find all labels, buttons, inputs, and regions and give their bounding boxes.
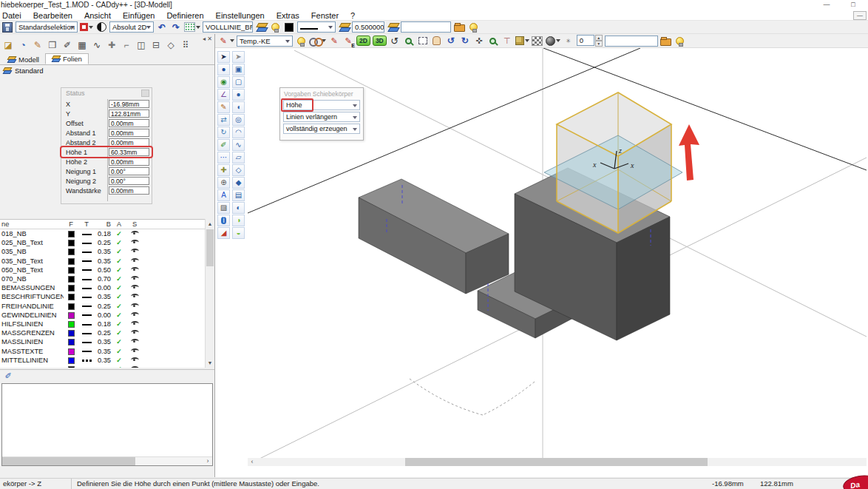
mdi-minimize-button[interactable]: — (853, 11, 867, 20)
menu-item[interactable]: Ansicht (78, 11, 117, 20)
layer-color-swatch[interactable] (68, 321, 75, 328)
view-2d-button[interactable]: 2D (356, 36, 370, 46)
shading-split-button[interactable] (546, 36, 560, 46)
layer-visible-eye-icon[interactable] (131, 366, 139, 368)
layer-linetype-sample[interactable] (82, 297, 92, 298)
layer-visible-eye-icon[interactable] (131, 303, 139, 308)
dialog-dropdown[interactable]: vollständig erzeugen (283, 124, 360, 134)
viewport-3d[interactable]: ➤ ● ◉ ∠ ✎ ⇄ ↻ ✐ (215, 48, 868, 466)
tree-root-item[interactable]: Standard (0, 65, 214, 75)
layer-linetype-sample[interactable] (82, 279, 92, 280)
redo-button[interactable]: ↷ (170, 21, 182, 33)
scroll-thumb[interactable] (2, 457, 135, 465)
layer-color-swatch[interactable] (68, 357, 75, 364)
snap-star-icon[interactable]: ✳ (563, 35, 574, 47)
red-pen-e-icon[interactable]: ✎E (342, 35, 354, 47)
panel-corner-buttons[interactable]: ◂ ✕ (203, 36, 212, 42)
tsquare-icon[interactable]: ⊤ (501, 35, 513, 47)
layer-linetype-sample[interactable] (82, 351, 92, 352)
menu-item[interactable]: Definieren (160, 11, 209, 20)
slab-solid-tool[interactable]: ▤ (232, 189, 245, 201)
recent-icon[interactable]: ◔ (16, 38, 30, 51)
menu-item[interactable]: Datei (0, 11, 27, 20)
layer-linetype-sample[interactable] (82, 306, 92, 307)
link-split-button[interactable] (309, 37, 326, 45)
iso-cube-icon[interactable]: ◇ (164, 38, 177, 51)
connector-icon[interactable]: ⊟ (149, 38, 163, 51)
hatch-tool[interactable]: ▨ (217, 202, 230, 214)
render-checker-icon[interactable] (532, 35, 543, 47)
scroll-down-button[interactable]: ▼ (206, 358, 214, 368)
layer-row[interactable]: BEMASSUNGEN 0.00 ✓ (0, 283, 205, 292)
window-maximize-button[interactable]: □ (846, 1, 861, 10)
spinner-value[interactable]: 0 (577, 35, 594, 46)
layer-visible-eye-icon[interactable] (131, 339, 139, 344)
layer-active-check-icon[interactable]: ✓ (112, 275, 126, 283)
layer-row[interactable]: 035_NB_Text 0.35 ✓ (0, 257, 205, 266)
layer-row[interactable]: 070_NB 0.70 ✓ (0, 274, 205, 283)
zoom-fit-icon[interactable] (403, 35, 415, 47)
layer-active-check-icon[interactable]: ✓ (112, 329, 126, 337)
boolean-cut-tool[interactable]: ◒ (232, 227, 245, 239)
cylinder-solid-tool[interactable]: ▢ (232, 76, 245, 88)
layer-row[interactable]: MASSLINIEN 0.35 ✓ (0, 337, 205, 346)
layer-visible-eye-icon[interactable] (131, 294, 139, 299)
coordinate-mode-combo[interactable]: Absolut 2D (109, 21, 154, 33)
cube-wire-icon[interactable]: ◫ (135, 38, 148, 51)
coordinate-origin-icon[interactable] (95, 21, 107, 33)
layer-visible-eye-icon[interactable] (131, 321, 139, 326)
grid-split-button[interactable] (184, 22, 200, 32)
pencil-icon[interactable]: ✎ (31, 38, 44, 51)
layer-active-check-icon[interactable]: ✓ (112, 365, 126, 368)
status-value-field[interactable]: 0.00° (109, 167, 149, 175)
toolbar2-text-field[interactable] (605, 36, 658, 47)
layer-active-check-icon[interactable]: ✓ (112, 357, 126, 364)
menu-item[interactable]: ? (345, 11, 361, 20)
panel-hscrollbar[interactable]: › (2, 456, 212, 465)
menu-item[interactable]: Einfügen (117, 11, 160, 20)
layer-active-check-icon[interactable]: ✓ (112, 230, 126, 237)
layer-visible-eye-icon[interactable] (131, 330, 139, 335)
layer-color-swatch[interactable] (68, 339, 75, 345)
layer-color-swatch[interactable] (68, 348, 75, 355)
red-pen-icon[interactable]: ✎ (328, 35, 340, 47)
sphere-solid-tool[interactable]: ● (232, 89, 245, 101)
layer-row[interactable]: MASSGRENZEN 0.25 ✓ (0, 328, 205, 337)
layer-active-check-icon[interactable]: ✓ (112, 311, 126, 319)
dialog-dropdown[interactable]: Linien verlängern (283, 112, 360, 122)
layer-row[interactable]: 025_NB_Text 0.25 ✓ (0, 238, 205, 247)
zoom-sphere-tool[interactable]: ● (217, 64, 230, 75)
layer-row[interactable]: BESCHRIFTUNGEN 0.35 ✓ (0, 292, 205, 301)
layer-color-swatch[interactable] (68, 312, 75, 319)
spinner-up-icon[interactable]: ▲ (595, 35, 603, 41)
extra-text-field[interactable] (401, 21, 451, 33)
save-icon[interactable] (1, 21, 13, 33)
status-value-field[interactable]: -16.98mm (109, 100, 149, 108)
layer-row[interactable]: HILFSLINIEN 0.18 ✓ (0, 320, 205, 328)
panel-tab[interactable]: Modell (1, 55, 45, 64)
rotate-tool[interactable]: ↻ (217, 127, 230, 138)
filter-hand-icon[interactable]: ✐ (2, 371, 14, 382)
layer-linetype-sample[interactable] (82, 333, 92, 334)
layer-active-check-icon[interactable]: ✓ (112, 248, 126, 255)
layer-visible-eye-icon[interactable] (131, 231, 139, 236)
folder-new-icon[interactable]: ◪ (1, 38, 15, 51)
spinner-down-icon[interactable]: ▼ (595, 41, 603, 47)
snap-cross-tool[interactable]: ✚ (217, 164, 230, 176)
layer-color-swatch[interactable] (68, 285, 75, 291)
layer-color-swatch[interactable] (68, 303, 75, 310)
layer-row[interactable]: 050_NB_Text 0.50 ✓ (0, 266, 205, 274)
layer-row[interactable]: MASSTEXTE 0.35 ✓ (0, 346, 205, 355)
line-width-field[interactable]: 0.500000 (352, 21, 384, 33)
layer-color-swatch[interactable] (68, 294, 75, 300)
layer-row[interactable]: MITTELLINIEN 0.35 ✓ (0, 356, 205, 365)
layer-linetype-sample[interactable] (82, 252, 92, 253)
revolve-solid-tool[interactable]: ◐ (232, 202, 245, 214)
viewport-hscrollbar[interactable]: ‹ (248, 458, 867, 466)
corner-icon[interactable]: ⌐ (120, 38, 133, 51)
status-value-field[interactable]: 0.00° (109, 177, 149, 185)
layer-active-check-icon[interactable]: ✓ (112, 320, 126, 328)
boolean-union-tool[interactable]: ◑ (232, 215, 245, 226)
layer-table-vscrollbar[interactable]: ▲ ▼ (205, 219, 214, 368)
edit-pen-tool[interactable]: ✐ (217, 139, 230, 151)
